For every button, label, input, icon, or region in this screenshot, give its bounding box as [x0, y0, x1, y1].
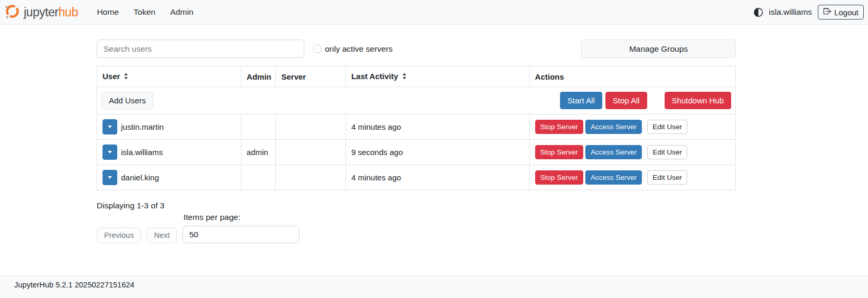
- admin-cell: [241, 165, 276, 190]
- server-cell: [276, 114, 346, 140]
- admin-panel: only active servers Manage Groups User A…: [97, 40, 736, 243]
- navbar-right: isla.williams Logout: [754, 5, 864, 20]
- last-activity-cell: 4 minutes ago: [346, 165, 529, 190]
- nav-link-token[interactable]: Token: [126, 3, 163, 21]
- access-server-button[interactable]: Access Server: [585, 145, 642, 159]
- users-table: User Admin Server Last Activity Actions …: [97, 66, 736, 190]
- items-per-page-group: Items per page:: [182, 213, 300, 243]
- edit-user-button[interactable]: Edit User: [647, 120, 687, 134]
- edit-user-button[interactable]: Edit User: [647, 145, 687, 159]
- logout-label: Logout: [834, 8, 858, 17]
- edit-user-button[interactable]: Edit User: [647, 170, 687, 185]
- sort-icon: [402, 72, 407, 81]
- dark-mode-toggle-icon[interactable]: [754, 8, 763, 17]
- stop-server-button[interactable]: Stop Server: [535, 145, 583, 159]
- only-active-checkbox[interactable]: [313, 45, 321, 53]
- header-last-activity-label: Last Activity: [351, 72, 398, 81]
- navbar: jupyterhub Home Token Admin isla.william…: [0, 0, 868, 25]
- jupyterhub-logo-icon: [4, 3, 21, 22]
- stop-server-button[interactable]: Stop Server: [535, 170, 583, 185]
- manage-groups-button[interactable]: Manage Groups: [581, 40, 736, 58]
- header-last-activity[interactable]: Last Activity: [346, 66, 529, 87]
- user-name: justin.martin: [121, 122, 164, 131]
- user-name: daniel.king: [121, 173, 159, 182]
- pagination-summary: Displaying 1-3 of 3: [97, 201, 736, 210]
- user-name: isla.williams: [121, 148, 163, 157]
- start-all-button[interactable]: Start All: [560, 92, 602, 109]
- only-active-label: only active servers: [325, 44, 393, 54]
- user-dropdown-button[interactable]: [102, 170, 117, 185]
- user-dropdown-button[interactable]: [102, 119, 117, 134]
- next-page-button[interactable]: Next: [146, 227, 177, 243]
- admin-cell: [241, 114, 276, 140]
- previous-page-button[interactable]: Previous: [97, 227, 141, 243]
- table-header-row: User Admin Server Last Activity Actions: [97, 66, 736, 87]
- user-dropdown-button[interactable]: [102, 145, 117, 160]
- caret-down-icon: [108, 151, 112, 153]
- toolbar: only active servers Manage Groups: [97, 40, 736, 58]
- header-server: Server: [276, 66, 346, 87]
- last-activity-cell: 4 minutes ago: [346, 114, 529, 140]
- jupyterhub-brand[interactable]: jupyterhub: [4, 3, 78, 22]
- header-user[interactable]: User: [97, 66, 241, 87]
- header-actions: Actions: [529, 66, 735, 87]
- bulk-actions-group: Start All Stop All Shutdown Hub: [560, 92, 731, 109]
- server-cell: [276, 165, 346, 190]
- nav-links: Home Token Admin: [89, 3, 201, 21]
- table-row: daniel.king 4 minutes ago Stop Server Ac…: [97, 165, 736, 190]
- table-controls-row: Add Users Start All Stop All Shutdown Hu…: [97, 87, 736, 114]
- logout-icon: [823, 7, 831, 17]
- table-row: justin.martin 4 minutes ago Stop Server …: [97, 114, 736, 140]
- table-row: isla.williams admin 9 seconds ago Stop S…: [97, 140, 736, 165]
- shutdown-hub-button[interactable]: Shutdown Hub: [665, 92, 731, 109]
- add-users-button[interactable]: Add Users: [101, 92, 153, 109]
- pagination-controls: Previous Next Items per page:: [97, 213, 736, 243]
- footer: JupyterHub 5.2.1 20250227151624: [0, 275, 868, 298]
- nav-link-home[interactable]: Home: [89, 3, 126, 21]
- caret-down-icon: [108, 126, 112, 128]
- only-active-group: only active servers: [313, 44, 393, 54]
- version-text: JupyterHub 5.2.1 20250227151624: [0, 276, 868, 289]
- server-cell: [276, 140, 346, 165]
- stop-server-button[interactable]: Stop Server: [535, 120, 583, 134]
- caret-down-icon: [108, 176, 112, 179]
- header-admin: Admin: [241, 66, 276, 87]
- brand-title: jupyterhub: [24, 5, 78, 20]
- stop-all-button[interactable]: Stop All: [605, 92, 647, 109]
- items-per-page-label: Items per page:: [182, 213, 300, 222]
- nav-link-admin[interactable]: Admin: [163, 3, 201, 21]
- logout-button[interactable]: Logout: [818, 5, 864, 20]
- search-input[interactable]: [97, 40, 304, 58]
- current-username: isla.williams: [769, 7, 812, 17]
- header-user-label: User: [102, 72, 120, 81]
- sort-icon: [124, 72, 128, 81]
- items-per-page-input[interactable]: [182, 226, 300, 243]
- admin-cell: admin: [241, 140, 276, 165]
- last-activity-cell: 9 seconds ago: [346, 140, 529, 165]
- access-server-button[interactable]: Access Server: [585, 170, 642, 185]
- access-server-button[interactable]: Access Server: [585, 120, 642, 134]
